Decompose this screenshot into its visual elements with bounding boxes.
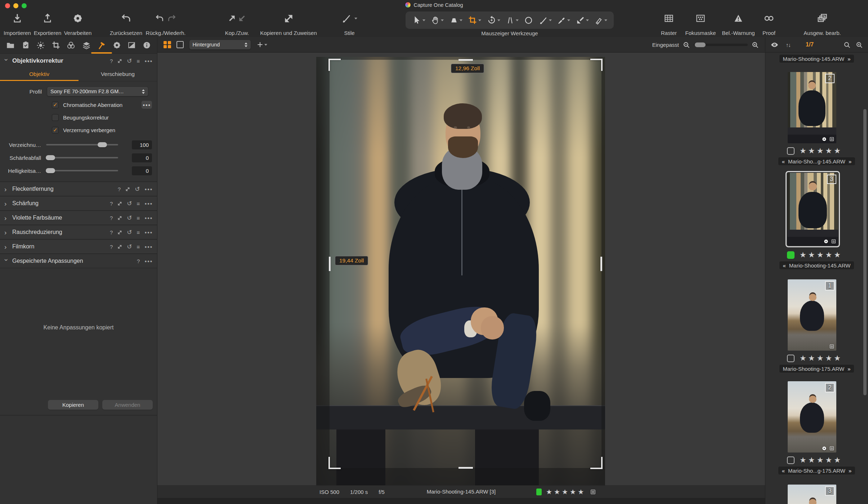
single-view-icon[interactable]: [176, 41, 184, 48]
distortion-slider[interactable]: [46, 144, 118, 145]
section-schaerfung[interactable]: › Schärfung ? ↺ ≡ ●●●: [0, 196, 157, 211]
crop-handle-bottom-right[interactable]: [590, 457, 603, 469]
reset-icon[interactable]: ↺: [135, 185, 140, 193]
pan-tool[interactable]: [431, 16, 444, 25]
help-icon[interactable]: ?: [110, 244, 113, 250]
next-variant-icon[interactable]: »: [849, 468, 851, 474]
straighten-tool[interactable]: [506, 16, 519, 25]
section-fleckentfernung[interactable]: › Fleckentfernung ? ↺ ●●●: [0, 182, 157, 196]
eraser-tool[interactable]: [594, 16, 607, 25]
presets-icon[interactable]: ≡: [137, 229, 140, 235]
tab-objektiv[interactable]: Objektiv: [0, 68, 79, 81]
tab-color[interactable]: [66, 41, 76, 50]
copy-arrows-icon[interactable]: [117, 230, 122, 235]
presets-icon[interactable]: ≡: [137, 244, 140, 250]
sort-icon[interactable]: ↑↓: [786, 42, 791, 48]
reset-icon[interactable]: ↺: [127, 57, 132, 65]
metadata-list-icon[interactable]: [590, 489, 596, 495]
green-color-tag[interactable]: [787, 251, 795, 259]
thumbnail-item[interactable]: 2 ★★★★★ « Mario-Sho...g-145.ARW »: [765, 72, 868, 165]
filmstrip-scrollbar[interactable]: [863, 109, 867, 395]
tab-output[interactable]: [112, 41, 121, 50]
thumbnail-item-selected[interactable]: 3 ★★★★★ « Mario-Shooting-145.ARW: [765, 171, 868, 269]
copy-arrows-icon[interactable]: [125, 187, 130, 192]
star-rating[interactable]: ★★★★★: [800, 147, 842, 155]
slider-thumb[interactable]: [98, 142, 107, 147]
more-options-button[interactable]: ●●●: [142, 101, 152, 109]
more-icon[interactable]: ●●●: [144, 216, 153, 220]
edit-selected-button[interactable]: Ausgew. bearb.: [796, 11, 849, 36]
thumbnail-image[interactable]: 3: [787, 173, 838, 246]
crop-handle-top-right[interactable]: [590, 59, 603, 71]
rotate-tool[interactable]: [487, 15, 500, 25]
copy-arrows-icon[interactable]: [117, 59, 122, 63]
help-icon[interactable]: ?: [110, 229, 113, 235]
tab-exposure[interactable]: [36, 41, 45, 50]
star-rating[interactable]: ★★★★★: [546, 488, 586, 496]
background-select[interactable]: Hintergrund: [189, 40, 251, 50]
tab-lens-active[interactable]: [97, 41, 106, 50]
section-rauschreduzierung[interactable]: › Rauschreduzierung ? ↺ ≡ ●●●: [0, 225, 157, 239]
zoom-out-icon[interactable]: [683, 41, 690, 49]
lens-correction-header[interactable]: › Objektivkorrektur ? ↺ ≡ ●●●: [0, 54, 157, 68]
tab-capture[interactable]: [21, 41, 30, 50]
help-icon[interactable]: ?: [110, 201, 113, 207]
prev-variant-icon[interactable]: «: [783, 262, 786, 269]
zoom-slider[interactable]: [694, 44, 748, 46]
prev-variant-icon[interactable]: «: [782, 158, 785, 165]
grid-button[interactable]: Raster: [656, 11, 682, 36]
next-variant-icon[interactable]: »: [849, 158, 851, 165]
filter-zoom-icon[interactable]: [855, 41, 863, 49]
sharpness-falloff-slider[interactable]: [46, 157, 118, 158]
copy-arrows-icon[interactable]: [117, 201, 122, 206]
copy-and-assign-button[interactable]: Kopieren und Zuweisen: [256, 11, 321, 36]
thumbnail-image[interactable]: 2: [788, 72, 836, 143]
reset-button[interactable]: Zurücksetzen: [106, 11, 146, 36]
export-button[interactable]: Exportieren: [33, 11, 62, 36]
apply-arrow-tool[interactable]: [576, 16, 589, 25]
more-icon[interactable]: ●●●: [144, 187, 153, 191]
tab-verschiebung[interactable]: Verschiebung: [79, 68, 157, 81]
zoom-in-icon[interactable]: [751, 41, 759, 49]
slider-thumb[interactable]: [46, 155, 55, 160]
copy-arrows-icon[interactable]: [117, 216, 122, 220]
import-button[interactable]: Importieren: [3, 11, 32, 36]
tab-library[interactable]: [6, 41, 15, 50]
thumbnail-image[interactable]: 3: [788, 485, 836, 504]
thumbnail-item[interactable]: 1 ★★★★★ Mario-Shooting-175.ARW »: [765, 279, 868, 373]
crop-handle-top[interactable]: [458, 59, 473, 61]
profile-select[interactable]: Sony FE 70-200mm F2.8 GM…: [47, 86, 148, 96]
copy-assign-button[interactable]: Kop./Zuw.: [220, 11, 254, 36]
star-rating[interactable]: ★★★★★: [800, 354, 842, 363]
tab-layers[interactable]: [82, 41, 91, 50]
reset-icon[interactable]: ↺: [127, 214, 132, 222]
section-violette-farbsaeume[interactable]: › Violette Farbsäume ? ↺ ≡ ●●●: [0, 211, 157, 225]
brush-tool[interactable]: [539, 16, 552, 25]
eyedropper-tool[interactable]: [557, 16, 570, 25]
photo-canvas[interactable]: 12,96 Zoll 19,44 Zoll: [316, 57, 605, 485]
copy-button[interactable]: Kopieren: [48, 400, 98, 410]
ellipse-tool[interactable]: [524, 16, 533, 25]
checkbox-checked[interactable]: ✓: [52, 127, 59, 134]
thumbnail-image[interactable]: 2: [788, 381, 836, 453]
star-rating[interactable]: ★★★★★: [800, 456, 842, 464]
search-icon[interactable]: [843, 41, 851, 49]
next-variant-icon[interactable]: »: [847, 56, 850, 62]
apply-button-disabled[interactable]: Anwenden: [102, 400, 153, 410]
slider-value[interactable]: 0: [132, 153, 152, 162]
undo-redo-button[interactable]: Rückg./Wiederh.: [145, 11, 187, 36]
help-icon[interactable]: ?: [118, 186, 121, 192]
tab-metadata[interactable]: [142, 41, 151, 50]
more-icon[interactable]: ●●●: [144, 245, 153, 249]
crop-handle-bottom[interactable]: [458, 467, 473, 469]
slider-thumb[interactable]: [46, 168, 55, 173]
keystone-tool[interactable]: [449, 16, 462, 25]
focus-mask-button[interactable]: Fokusmaske: [682, 11, 719, 36]
slider-value[interactable]: 100: [132, 140, 152, 149]
presets-icon[interactable]: ≡: [137, 201, 140, 207]
prev-variant-icon[interactable]: «: [782, 468, 785, 474]
light-falloff-slider[interactable]: [46, 170, 118, 171]
color-tag-checkbox[interactable]: [787, 355, 795, 362]
zoom-slider-thumb[interactable]: [695, 42, 706, 47]
exposure-warning-button[interactable]: Bel.-Warnung: [720, 11, 757, 36]
